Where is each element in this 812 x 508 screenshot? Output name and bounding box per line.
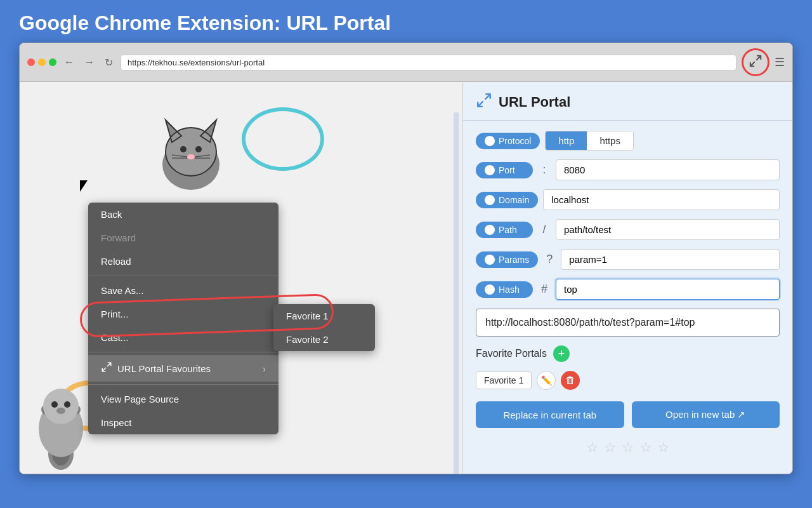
svg-point-5 bbox=[195, 146, 202, 152]
ctx-submenu-favorite-1-label: Favorite 1 bbox=[286, 311, 329, 321]
hash-separator: # bbox=[538, 283, 551, 296]
forward-button[interactable]: → bbox=[82, 55, 97, 69]
protocol-toggle-dot bbox=[485, 136, 495, 146]
traffic-light-minimize[interactable] bbox=[38, 58, 46, 66]
ctx-forward-label: Forward bbox=[101, 232, 136, 243]
ctx-view-source[interactable]: View Page Source bbox=[88, 387, 278, 411]
address-bar[interactable] bbox=[121, 55, 737, 70]
ctx-forward: Forward bbox=[88, 226, 278, 250]
favorite-1-edit-button[interactable]: ✏️ bbox=[537, 371, 556, 390]
port-toggle[interactable]: Port bbox=[476, 162, 533, 178]
params-separator: ? bbox=[543, 253, 556, 266]
ctx-inspect[interactable]: Inspect bbox=[88, 411, 278, 434]
protocol-label: Protocol bbox=[499, 136, 531, 146]
svg-point-22 bbox=[56, 408, 65, 414]
protocol-https-button[interactable]: https bbox=[587, 131, 633, 150]
extension-panel-header: URL Portal bbox=[463, 82, 792, 121]
browser-window: ← → ↻ ☰ bbox=[19, 43, 793, 474]
protocol-group: http https bbox=[545, 131, 634, 150]
hash-toggle-dot bbox=[485, 284, 495, 295]
traffic-light-maximize[interactable] bbox=[49, 58, 56, 66]
reload-button[interactable]: ↻ bbox=[102, 55, 115, 70]
path-separator: / bbox=[538, 223, 551, 236]
favorite-1-tag: Favorite 1 bbox=[476, 371, 532, 389]
ctx-reload-label: Reload bbox=[101, 256, 131, 267]
ctx-submenu-favorite-2-label: Favorite 2 bbox=[286, 334, 329, 345]
path-toggle[interactable]: Path bbox=[476, 222, 533, 238]
protocol-row: Protocol http https bbox=[476, 131, 780, 150]
open-new-tab-button[interactable]: Open in new tab ↗ bbox=[632, 401, 780, 428]
star-4[interactable]: ☆ bbox=[639, 439, 652, 456]
svg-point-19 bbox=[43, 389, 79, 424]
browser-chrome: ← → ↻ ☰ bbox=[20, 43, 792, 82]
menu-icon[interactable]: ☰ bbox=[775, 55, 785, 69]
svg-point-6 bbox=[187, 154, 195, 159]
params-row: Params ? bbox=[476, 249, 780, 270]
extension-panel-icon bbox=[476, 92, 492, 112]
mouse-cursor bbox=[80, 180, 88, 192]
replace-tab-button[interactable]: Replace in current tab bbox=[476, 401, 624, 428]
params-toggle[interactable]: Params bbox=[476, 251, 538, 268]
ctx-save-as[interactable]: Save As... bbox=[88, 279, 278, 302]
port-row: Port : bbox=[476, 159, 780, 180]
ctx-back-label: Back bbox=[101, 209, 122, 220]
teal-swirl-decoration bbox=[242, 107, 324, 171]
port-input[interactable] bbox=[556, 159, 780, 180]
path-row: Path / bbox=[476, 219, 780, 240]
extension-icon bbox=[749, 54, 763, 71]
port-label: Port bbox=[499, 165, 515, 175]
svg-point-21 bbox=[64, 401, 70, 408]
favorite-portals-header: Favorite Portals + bbox=[476, 345, 780, 362]
star-1[interactable]: ☆ bbox=[586, 439, 599, 456]
webpage-area: Back Forward Reload Save As... Print... … bbox=[20, 82, 462, 474]
ctx-url-portal-label: URL Portal Favourites bbox=[117, 363, 211, 374]
ctx-print-label: Print... bbox=[101, 309, 128, 319]
back-button[interactable]: ← bbox=[62, 55, 77, 69]
ctx-reload[interactable]: Reload bbox=[88, 250, 278, 273]
protocol-http-button[interactable]: http bbox=[546, 131, 587, 150]
hash-toggle[interactable]: Hash bbox=[476, 281, 533, 298]
ctx-separator-3 bbox=[88, 384, 278, 385]
ctx-submenu-favorite-1[interactable]: Favorite 1 bbox=[273, 304, 375, 328]
params-input[interactable] bbox=[561, 249, 780, 270]
cat-character bbox=[140, 101, 242, 205]
traffic-light-close[interactable] bbox=[27, 58, 35, 66]
ctx-save-as-label: Save As... bbox=[101, 285, 144, 296]
context-menu: Back Forward Reload Save As... Print... … bbox=[88, 203, 278, 434]
svg-point-4 bbox=[180, 146, 187, 152]
hash-row: Hash # bbox=[476, 279, 780, 300]
context-submenu: Favorite 1 Favorite 2 bbox=[273, 304, 375, 351]
hash-input[interactable] bbox=[556, 279, 780, 300]
traffic-lights bbox=[27, 58, 56, 66]
port-separator: : bbox=[538, 163, 551, 177]
params-label: Params bbox=[499, 255, 529, 265]
extension-icon-circle[interactable] bbox=[742, 48, 769, 76]
protocol-toggle[interactable]: Protocol bbox=[476, 133, 540, 149]
ctx-separator-1 bbox=[88, 276, 278, 276]
domain-input[interactable] bbox=[543, 189, 780, 210]
ctx-inspect-label: Inspect bbox=[101, 417, 131, 428]
extension-panel-body: Protocol http https Port : bbox=[463, 121, 792, 466]
ctx-view-source-label: View Page Source bbox=[101, 394, 179, 404]
favorite-1-delete-button[interactable]: 🗑 bbox=[561, 371, 580, 390]
page-title: Google Chrome Extension: URL Portal bbox=[0, 0, 812, 43]
star-2[interactable]: ☆ bbox=[604, 439, 617, 456]
ctx-back[interactable]: Back bbox=[88, 203, 278, 226]
browser-content: Back Forward Reload Save As... Print... … bbox=[20, 82, 792, 474]
domain-toggle[interactable]: Domain bbox=[476, 192, 538, 208]
path-label: Path bbox=[499, 225, 517, 235]
ctx-print[interactable]: Print... bbox=[88, 302, 278, 326]
extension-panel-title: URL Portal bbox=[499, 94, 570, 110]
star-3[interactable]: ☆ bbox=[622, 439, 634, 456]
url-display: http://localhost:8080/path/to/test?param… bbox=[476, 309, 780, 337]
ctx-url-portal-favourites[interactable]: URL Portal Favourites › bbox=[88, 355, 278, 382]
add-favorite-button[interactable]: + bbox=[553, 345, 570, 362]
ctx-cast[interactable]: Cast... bbox=[88, 326, 278, 349]
ctx-submenu-favorite-2[interactable]: Favorite 2 bbox=[273, 328, 375, 351]
ctx-cast-label: Cast... bbox=[101, 332, 128, 343]
path-input[interactable] bbox=[556, 219, 780, 240]
star-5[interactable]: ☆ bbox=[657, 439, 670, 456]
action-buttons: Replace in current tab Open in new tab ↗ bbox=[476, 401, 780, 428]
svg-point-20 bbox=[51, 401, 58, 408]
domain-toggle-dot bbox=[485, 195, 495, 205]
